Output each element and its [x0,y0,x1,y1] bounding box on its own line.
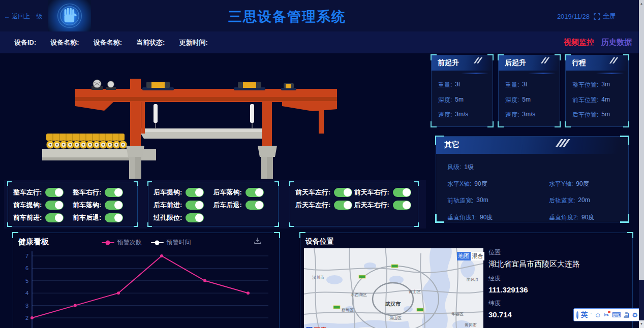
toggle-whole-right[interactable]: 整车右行: [73,188,132,197]
glow-line [596,73,624,74]
metric-cell: 前轨道宽:30m [447,196,549,205]
toggle-switch-on[interactable] [186,201,204,210]
latitude-value: 30.714 [488,310,580,319]
toggle-whole-left[interactable]: 整车左行: [13,188,73,197]
panel-travel: 行程 整车位置:3m 前车位置:4m 后车位置:5m [565,55,629,127]
switch-group-sky-car: 前天车左行: 前天车右行: 后天车左行: 后天车右行: [290,182,418,226]
legend-item-warning-count[interactable]: 预警次数 [102,238,142,247]
history-data-link[interactable]: 历史数据 [601,38,632,47]
back-link[interactable]: ← 返回上一级 [4,12,42,21]
toggle-front-sky-left[interactable]: 前天车左行: [295,188,354,197]
latitude-label: 纬度 [488,299,580,308]
chart-legend: 预警次数 预警时间 [102,238,191,247]
metric-cell: 垂直角度2:90度 [549,213,628,222]
page-title: 三思设备管理系统 [228,8,346,26]
fullscreen-icon [594,13,600,20]
toggle-switch-on[interactable] [246,201,264,210]
panel-title: 后起升 [499,55,560,70]
toggle-hole-limit[interactable]: 过孔限位: [154,213,213,222]
video-monitor-link[interactable]: 视频监控 [564,38,594,47]
toggle-switch-on[interactable] [45,188,64,197]
device-name-label: 设备名称: [50,38,79,47]
toggle-switch-on[interactable] [186,188,204,197]
health-board-panel: 健康看板 预警次数 预警时间 234567 [13,233,280,328]
corner-decoration [299,232,305,238]
toggle-switch-on[interactable] [45,213,64,222]
map-type-button-hybrid[interactable]: 混合 [471,252,484,260]
hand-logo-icon [56,3,83,29]
ime-settings-gear-icon[interactable]: ⚙ [632,312,638,318]
longitude-value: 111.329136 [488,285,580,294]
scrollbar-thumb[interactable] [639,8,644,280]
page-scrollbar: ▲ ▼ [639,0,644,328]
map-label: 华容区 [451,312,464,316]
map-label: 汉川市 [312,275,324,280]
legend-item-warning-time[interactable]: 预警时间 [151,238,191,247]
map-label: 青山区 [408,289,421,294]
metric-row: 速度:3m/s [505,111,553,119]
corner-decoration [627,232,633,238]
panel-front-hoist: 前起升 重量:3t 深度:5m 速度:3m/s [431,55,493,127]
panel-title: 设备位置 [305,237,334,246]
toggle-switch-on[interactable] [105,213,123,222]
legend-marker-icon [151,242,164,243]
metric-cell: 水平X轴:90度 [447,180,549,188]
toggle-front-forward[interactable]: 前车前进: [13,213,73,222]
toggle-switch-on[interactable] [186,213,204,222]
location-label: 位置 [488,248,580,257]
health-line-chart: 234567 [18,248,275,328]
emoji-icon[interactable]: ☺ [594,312,601,318]
keyboard-icon[interactable]: ⌨ [611,312,621,318]
toggle-switch-on[interactable] [393,201,411,210]
toggle-rear-sky-right[interactable]: 后天车右行: [354,201,413,210]
longitude-label: 经度 [488,274,580,283]
app-logo [48,0,91,31]
metric-row: 速度:3m/s [438,111,486,119]
crane-trolley-small [281,83,296,90]
ime-punctuation-icon[interactable]: ’ [590,312,592,318]
toggle-switch-on[interactable] [105,201,123,210]
toggle-switch-on[interactable] [393,188,411,197]
toggle-rear-hook-up[interactable]: 后车提钩: [154,188,213,197]
toggle-front-hook-up[interactable]: 前车提钩: [13,201,73,210]
map-label: 蔡甸区 [342,308,354,312]
toggle-switch-on[interactable] [246,188,264,197]
scroll-up-button[interactable]: ▲ [639,0,644,8]
panel-title: 健康看板 [18,237,49,247]
switch-group-rear-car: 后车提钩: 后车落钩: 后车前进: 后车后退: 过孔限位: [148,182,279,226]
metric-cell: 水平Y轴:90度 [549,180,628,188]
metric-row: 前车位置:4m [572,96,622,105]
device-name2-label: 设备名称: [94,38,122,47]
toggle-switch-on[interactable] [334,188,352,197]
scroll-down-button[interactable]: ▼ [639,320,644,328]
download-icon [254,237,262,245]
toggle-front-backward[interactable]: 前车后退: [73,213,132,222]
toggle-front-hook-down[interactable]: 前车落钩: [73,201,132,210]
back-arrow-icon: ← [4,13,10,20]
ime-language-toggle[interactable]: 英 [581,310,588,319]
account-icon[interactable] [624,312,625,318]
screenshot-scissors-icon[interactable]: ✂ [603,312,609,318]
corner-decoration [12,232,18,238]
glow-line [461,73,488,74]
toggle-rear-hook-down[interactable]: 后车落钩: [213,188,273,197]
update-time-label: 更新时间: [179,38,207,47]
fullscreen-button[interactable]: 全屏 [594,12,616,21]
download-chart-button[interactable] [254,237,262,247]
right-pier [258,146,277,179]
toggle-switch-on[interactable] [45,201,64,210]
map-type-button-map[interactable]: 地图 [457,252,471,260]
toggle-switch-on[interactable] [105,188,123,197]
toggle-front-sky-right[interactable]: 前天车右行: [354,188,413,197]
ime-logo-icon[interactable] [576,311,578,319]
metric-cell: 垂直角度1:90度 [447,213,549,222]
map-attribution: 百度 [306,326,326,328]
toggle-switch-on[interactable] [334,201,352,210]
metric-row: 后车位置:5m [572,111,622,119]
toggle-rear-sky-left[interactable]: 后天车左行: [295,201,354,210]
map-label-city: 武汉市 [385,301,401,307]
toggle-rear-forward[interactable]: 后车前进: [154,201,213,210]
toggle-rear-backward[interactable]: 后车后退: [213,201,273,210]
panel-rear-hoist: 后起升 重量:3t 深度:5m 速度:3m/s [498,55,560,127]
crane-main-beam [75,89,337,111]
